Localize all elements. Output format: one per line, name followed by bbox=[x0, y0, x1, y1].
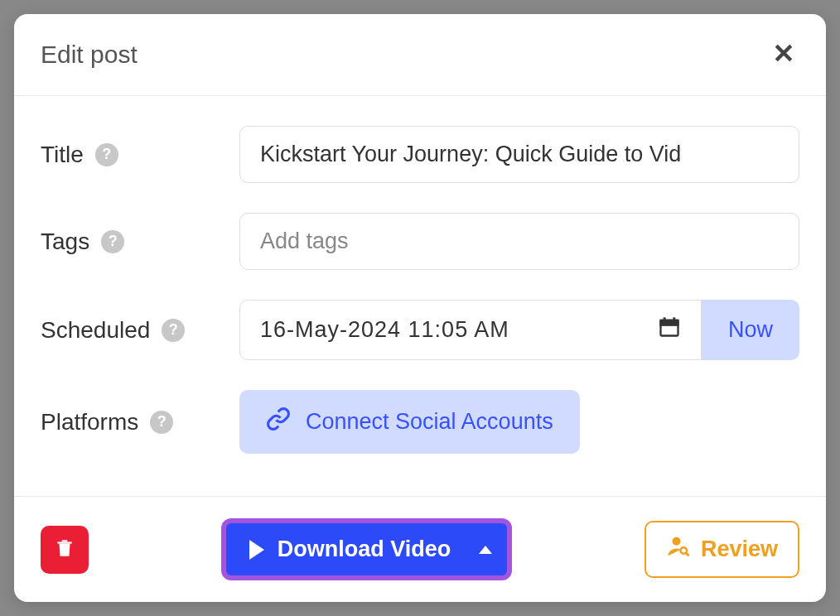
scheduled-label-wrap: Scheduled ? bbox=[41, 317, 239, 344]
scheduled-label: Scheduled bbox=[41, 317, 150, 344]
review-button[interactable]: Review bbox=[644, 521, 799, 578]
now-button[interactable]: Now bbox=[702, 300, 799, 360]
scheduled-row: Scheduled ? 16-May-2024 11:05 AM N bbox=[41, 300, 799, 360]
platforms-row: Platforms ? Connect Social Accounts bbox=[41, 390, 799, 454]
scheduled-value: 16-May-2024 11:05 AM bbox=[260, 317, 509, 343]
calendar-icon bbox=[658, 315, 681, 344]
download-button-label: Download Video bbox=[278, 537, 451, 562]
svg-point-6 bbox=[672, 537, 680, 546]
tags-label-wrap: Tags ? bbox=[41, 229, 239, 255]
close-button[interactable] bbox=[768, 37, 799, 72]
edit-post-modal: Edit post Title ? Tags ? bbox=[14, 14, 826, 602]
review-button-label: Review bbox=[701, 537, 778, 562]
caret-up-icon bbox=[479, 546, 492, 554]
help-icon[interactable]: ? bbox=[101, 230, 124, 253]
modal-footer: Download Video Review bbox=[14, 496, 826, 602]
modal-header: Edit post bbox=[14, 14, 826, 96]
trash-icon bbox=[54, 537, 75, 561]
scheduled-datetime-input[interactable]: 16-May-2024 11:05 AM bbox=[239, 300, 702, 360]
link-icon bbox=[266, 407, 291, 437]
connect-button-label: Connect Social Accounts bbox=[306, 409, 553, 435]
connect-accounts-button[interactable]: Connect Social Accounts bbox=[239, 390, 580, 454]
svg-point-7 bbox=[680, 547, 687, 554]
title-label-wrap: Title ? bbox=[41, 142, 239, 168]
title-label: Title bbox=[41, 142, 84, 168]
person-search-icon bbox=[666, 534, 691, 565]
tags-input[interactable] bbox=[239, 213, 799, 270]
help-icon[interactable]: ? bbox=[150, 411, 173, 434]
modal-body: Title ? Tags ? Scheduled ? bbox=[14, 96, 826, 496]
download-video-button[interactable]: Download Video bbox=[221, 518, 513, 580]
svg-line-8 bbox=[686, 553, 688, 556]
help-icon[interactable]: ? bbox=[162, 319, 185, 342]
title-row: Title ? bbox=[41, 126, 799, 183]
delete-button[interactable] bbox=[41, 526, 89, 574]
platforms-label: Platforms bbox=[41, 409, 138, 436]
tags-label: Tags bbox=[41, 229, 89, 255]
platforms-label-wrap: Platforms ? bbox=[41, 409, 239, 436]
modal-title: Edit post bbox=[41, 41, 138, 69]
help-icon[interactable]: ? bbox=[95, 143, 118, 166]
svg-rect-3 bbox=[660, 320, 678, 325]
play-icon bbox=[249, 540, 264, 560]
title-input[interactable] bbox=[239, 126, 799, 183]
tags-row: Tags ? bbox=[41, 213, 799, 270]
close-icon bbox=[771, 54, 796, 68]
